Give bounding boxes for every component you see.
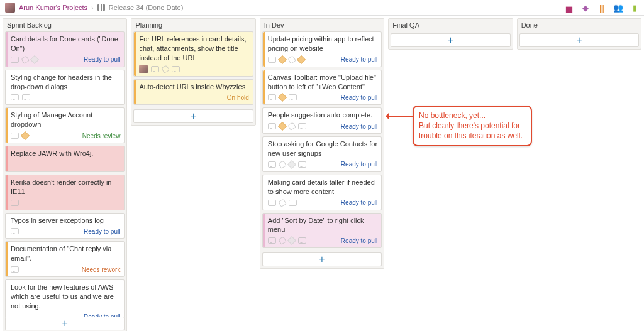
status-badge: On hold xyxy=(227,94,249,101)
attachment-icon xyxy=(22,57,28,63)
highlight-icon[interactable]: ▮ xyxy=(630,3,639,12)
card-footer xyxy=(6,160,124,171)
card-title: People suggestion auto-complete. xyxy=(263,108,381,121)
people-icon[interactable]: 👥 xyxy=(614,3,623,12)
avatar[interactable] xyxy=(5,3,15,13)
status-badge: Ready to pull xyxy=(341,94,377,101)
tag-icon xyxy=(287,236,296,245)
chat-icon xyxy=(289,200,297,206)
tag-icon[interactable]: ◆ xyxy=(581,3,590,12)
card[interactable]: Auto-detect URLs inside WhyzziesOn hold xyxy=(133,79,253,106)
tag-icon xyxy=(278,122,287,131)
board-column: Final QA+ xyxy=(388,18,513,50)
add-card-button[interactable]: + xyxy=(5,317,125,330)
status-badge: Ready to pull xyxy=(341,199,377,206)
card-title: Canvas Toolbar: move "Upload file" butto… xyxy=(263,70,381,93)
chat-icon xyxy=(172,66,180,72)
card-footer xyxy=(6,198,124,210)
card-footer: Ready to pull xyxy=(263,55,381,67)
card-stripe xyxy=(134,80,136,105)
board-column: In DevUpdate pricing within app to refle… xyxy=(260,18,384,269)
annotation-callout: No bottleneck, yet... But clearly there'… xyxy=(387,106,532,146)
status-badge: Ready to pull xyxy=(341,237,377,244)
column-title: Sprint Backlog xyxy=(3,19,126,31)
card-stripe xyxy=(134,32,136,76)
card-footer xyxy=(6,92,124,104)
card-stripe xyxy=(6,242,8,276)
card[interactable]: Canvas Toolbar: move "Upload file" butto… xyxy=(262,70,382,106)
card-title: For URL references in card details, chat… xyxy=(134,32,252,64)
card-footer: Ready to pull xyxy=(263,92,381,104)
chat-icon xyxy=(11,266,19,273)
chat-icon xyxy=(289,94,297,100)
top-bar: Arun Kumar's Projects › Release 34 (Done… xyxy=(0,0,644,16)
card[interactable]: Styling of Manage Account dropdownNeeds … xyxy=(5,107,125,143)
card[interactable]: Update pricing within app to reflect pri… xyxy=(262,31,382,67)
card-title: Styling change for headers in the drop-d… xyxy=(6,70,124,93)
card[interactable]: Replace JAWR with Wro4j. xyxy=(5,146,125,172)
card[interactable]: Styling change for headers in the drop-d… xyxy=(5,70,125,106)
add-card-button[interactable]: + xyxy=(519,33,639,47)
attachment-icon xyxy=(289,57,295,63)
card[interactable]: Documentation of "Chat reply via email".… xyxy=(5,241,125,277)
column-title: Planning xyxy=(131,19,255,31)
chat-icon xyxy=(298,237,306,244)
card-title: Making card details taller if needed to … xyxy=(263,175,381,198)
card[interactable]: Stop asking for Google Contacts for new … xyxy=(262,136,382,172)
board-column: PlanningFor URL references in card detai… xyxy=(131,18,255,126)
status-badge: Ready to pull xyxy=(84,313,120,317)
card-title: Add "Sort by Date" to right click menu xyxy=(263,214,381,236)
breadcrumb-separator: › xyxy=(91,4,94,11)
status-badge: Ready to pull xyxy=(341,161,377,168)
tag-icon xyxy=(278,93,287,102)
card-list: For URL references in card details, chat… xyxy=(131,31,255,109)
attachment-icon xyxy=(279,161,286,168)
card-footer xyxy=(134,64,252,76)
card-list: Card details for Done cards ("Done On")R… xyxy=(3,31,126,317)
chat-icon xyxy=(11,200,19,206)
card[interactable]: Kerika doesn't render correctly in IE11 xyxy=(5,175,125,210)
board-actions: ▅ ◆ ||| 👥 ▮ xyxy=(565,3,639,12)
card[interactable]: Making card details taller if needed to … xyxy=(262,175,382,210)
chat-icon xyxy=(268,200,276,206)
board-column: Sprint BacklogCard details for Done card… xyxy=(3,18,127,331)
annotation-line1: No bottleneck, yet... xyxy=(419,111,486,120)
card-footer: Ready to pull xyxy=(263,121,381,133)
add-card-button[interactable]: + xyxy=(133,109,253,123)
status-badge: Ready to pull xyxy=(84,56,120,63)
chat-icon xyxy=(268,57,276,63)
card[interactable]: Look for the new features of AWS which a… xyxy=(5,279,125,317)
columns-icon[interactable]: ||| xyxy=(597,3,606,12)
status-badge: Needs review xyxy=(82,133,121,139)
card[interactable]: For URL references in card details, chat… xyxy=(133,31,253,77)
chat-icon[interactable]: ▅ xyxy=(565,3,574,12)
card[interactable]: Add "Sort by Date" to right click menuRe… xyxy=(262,213,382,249)
card[interactable]: Typos in server exceptions logReady to p… xyxy=(5,213,125,239)
card[interactable]: People suggestion auto-complete.Ready to… xyxy=(262,107,382,134)
card-footer: On hold xyxy=(134,92,252,104)
attachment-icon xyxy=(289,123,295,129)
card-footer: Ready to pull xyxy=(6,312,124,317)
tag-icon xyxy=(278,55,287,64)
column-title: Done xyxy=(518,19,641,31)
attachment-icon xyxy=(279,237,286,244)
chat-icon xyxy=(151,66,159,72)
column-title: Final QA xyxy=(389,19,512,31)
project-link[interactable]: Arun Kumar's Projects xyxy=(19,4,87,11)
board: Sprint BacklogCard details for Done card… xyxy=(0,16,644,331)
card-stripe xyxy=(6,32,8,67)
chat-icon xyxy=(268,161,276,168)
card-title: Styling of Manage Account dropdown xyxy=(6,108,124,131)
card-footer: Needs rework xyxy=(6,264,124,276)
board-column: Done+ xyxy=(517,18,641,50)
breadcrumb: Arun Kumar's Projects › Release 34 (Done… xyxy=(5,3,183,13)
board-icon xyxy=(97,4,105,11)
assignee-avatar[interactable] xyxy=(139,65,148,73)
card[interactable]: Card details for Done cards ("Done On")R… xyxy=(5,31,125,67)
card-title: Look for the new features of AWS which a… xyxy=(6,280,124,312)
chat-icon xyxy=(22,94,30,100)
add-card-button[interactable]: + xyxy=(262,252,382,266)
status-badge: Needs rework xyxy=(82,266,121,273)
add-card-button[interactable]: + xyxy=(391,33,510,47)
card-footer: Ready to pull xyxy=(6,55,124,67)
